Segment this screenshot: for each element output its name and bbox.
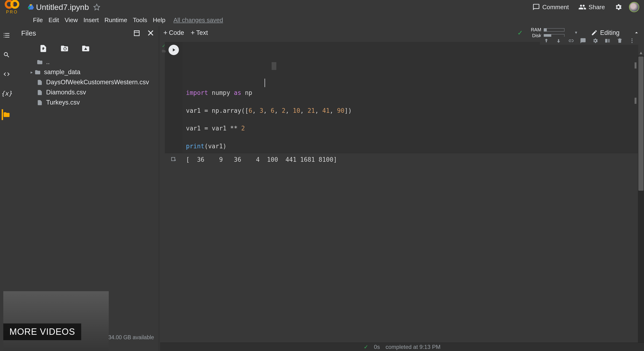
- star-icon[interactable]: [93, 4, 100, 10]
- upload-icon: [39, 44, 48, 53]
- plus-icon: +: [191, 29, 195, 37]
- link-icon: [568, 38, 574, 44]
- ram-meter: [544, 28, 564, 32]
- cell-body: import numpy as np var1 = np.array([6, 3…: [165, 42, 638, 153]
- minimap: [634, 45, 637, 133]
- save-status[interactable]: All changes saved: [174, 16, 223, 24]
- vertical-scrollbar[interactable]: [638, 56, 644, 342]
- code-snippets-button[interactable]: [3, 70, 10, 78]
- editing-mode-button[interactable]: Editing: [591, 29, 620, 36]
- link-cell-button[interactable]: [568, 38, 574, 44]
- scrollbar-thumb[interactable]: [638, 56, 644, 191]
- text-selection: [272, 62, 276, 70]
- more-vert-icon: [629, 38, 635, 44]
- file-label: Turkeys.csv: [46, 99, 80, 106]
- menu-bar: File Edit View Insert Runtime Tools Help…: [0, 14, 644, 26]
- status-check-icon: ✓: [364, 344, 368, 350]
- colab-logo-rings: [5, 0, 19, 9]
- chevron-up-icon: [633, 30, 640, 36]
- cell-output-row: [ 36 9 36 4 100 441 1681 8100]: [165, 153, 638, 166]
- scroll-up-arrow[interactable]: ▲: [639, 50, 643, 55]
- move-cell-up-button[interactable]: [543, 38, 550, 44]
- main-area: + Code + Text ✓ RAM Disk ▼: [159, 26, 644, 351]
- table-of-contents-button[interactable]: [3, 32, 10, 39]
- folder-icon: [3, 111, 10, 118]
- menu-insert[interactable]: Insert: [84, 16, 99, 24]
- menu-file[interactable]: File: [33, 16, 43, 24]
- variables-button[interactable]: {x}: [1, 90, 12, 97]
- collapse-toolbar-button[interactable]: [633, 30, 640, 36]
- files-button[interactable]: [2, 109, 10, 120]
- output-collapse-button[interactable]: [170, 156, 177, 163]
- code-icon: [3, 70, 10, 78]
- file-icon: [37, 90, 43, 96]
- ram-label: RAM: [531, 27, 541, 32]
- text-cursor: [264, 79, 265, 87]
- cell-run-status: ✓ 0s: [162, 43, 166, 53]
- output-gutter: [165, 155, 183, 164]
- add-text-button[interactable]: + Text: [191, 29, 208, 37]
- cell-toolbar: [540, 37, 638, 45]
- code-editor[interactable]: import numpy as np var1 = np.array([6, 3…: [183, 42, 638, 153]
- share-icon: [578, 3, 586, 11]
- delete-cell-button[interactable]: [617, 38, 623, 44]
- menu-view[interactable]: View: [65, 16, 78, 24]
- mirror-icon: [604, 38, 610, 44]
- disk-available-label: 34.00 GB available: [108, 334, 154, 341]
- arrow-down-icon: [556, 38, 562, 44]
- file-tree-folder-sample-data[interactable]: ▸ sample_data: [37, 67, 159, 77]
- svg-point-2: [632, 42, 632, 43]
- resource-dropdown[interactable]: ▼: [574, 30, 578, 35]
- file-item-1[interactable]: Diamonds.csv: [37, 87, 159, 98]
- file-label: Diamonds.csv: [46, 89, 86, 96]
- menu-tools[interactable]: Tools: [133, 16, 147, 24]
- mount-drive-button[interactable]: [82, 44, 90, 53]
- file-tree-parent[interactable]: ..: [37, 57, 159, 67]
- pencil-icon: [591, 30, 598, 36]
- mirror-cell-button[interactable]: [604, 38, 610, 44]
- settings-button[interactable]: [614, 3, 622, 11]
- user-avatar[interactable]: [629, 2, 639, 12]
- comment-button[interactable]: Comment: [532, 3, 569, 11]
- webcam-overlay: [3, 291, 109, 351]
- run-gutter: [165, 42, 183, 153]
- sidebar-header: Files: [13, 29, 159, 42]
- comment-icon: [580, 38, 586, 44]
- find-replace-button[interactable]: [3, 51, 10, 58]
- cell-success-icon: ✓: [162, 43, 166, 48]
- arrow-up-icon: [543, 38, 550, 44]
- notebook-title[interactable]: Untitled7.ipynb: [36, 2, 89, 12]
- file-item-2[interactable]: Turkeys.csv: [37, 98, 159, 108]
- new-window-button[interactable]: [133, 30, 140, 37]
- upload-file-button[interactable]: [39, 44, 48, 53]
- colab-pro-badge: PRO: [6, 10, 18, 14]
- cell-more-button[interactable]: [629, 38, 635, 44]
- menu-help[interactable]: Help: [153, 16, 165, 24]
- cell-output: [ 36 9 36 4 100 441 1681 8100]: [183, 155, 340, 164]
- refresh-files-button[interactable]: [60, 44, 69, 53]
- run-cell-button[interactable]: [168, 45, 179, 55]
- share-button[interactable]: Share: [578, 3, 605, 11]
- add-code-button[interactable]: + Code: [163, 29, 184, 37]
- status-completed: completed at 9:13 PM: [386, 344, 440, 350]
- file-label: DaysOfWeekCustomersWestern.csv: [46, 79, 149, 86]
- colab-logo[interactable]: PRO: [5, 0, 19, 14]
- more-videos-button[interactable]: MORE VIDEOS: [3, 324, 81, 340]
- menu-runtime[interactable]: Runtime: [104, 16, 127, 24]
- expand-arrow-icon[interactable]: ▸: [30, 70, 33, 75]
- svg-point-0: [632, 38, 632, 39]
- close-sidebar-button[interactable]: [147, 30, 154, 37]
- menu-edit[interactable]: Edit: [48, 16, 59, 24]
- file-toolbar: [13, 42, 159, 57]
- sidebar-title: Files: [21, 29, 133, 37]
- gear-icon: [614, 3, 622, 11]
- play-icon: [171, 47, 176, 52]
- plus-icon: +: [163, 29, 168, 37]
- move-cell-down-button[interactable]: [556, 38, 562, 44]
- cell-settings-button[interactable]: [592, 38, 598, 44]
- comment-cell-button[interactable]: [580, 38, 586, 44]
- file-icon: [37, 100, 43, 106]
- file-item-0[interactable]: DaysOfWeekCustomersWestern.csv: [37, 77, 159, 87]
- output-icon: [170, 156, 177, 163]
- svg-point-1: [632, 40, 632, 41]
